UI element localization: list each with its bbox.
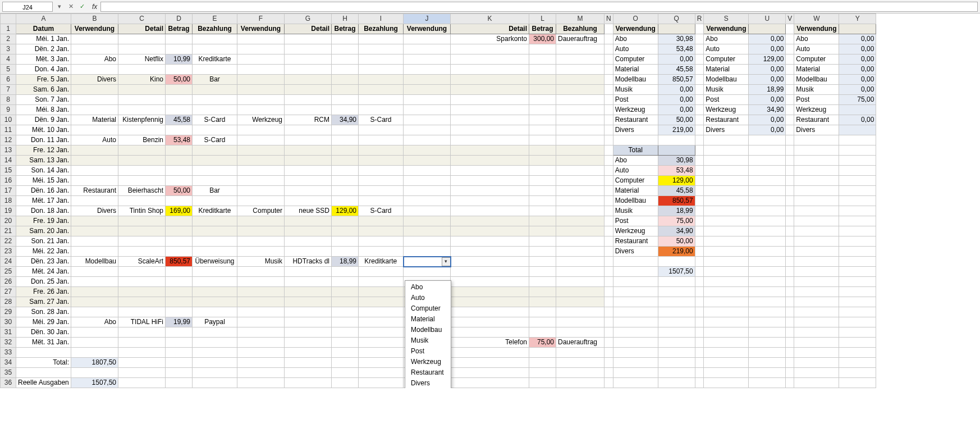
cell-Y22[interactable]	[839, 236, 876, 247]
cell-O28[interactable]	[613, 297, 658, 307]
cell-B5[interactable]	[71, 65, 118, 75]
cell-F21[interactable]	[237, 226, 285, 236]
dropdown-item-computer[interactable]: Computer	[405, 303, 451, 314]
cell-J11[interactable]	[404, 125, 451, 135]
cell-L36[interactable]	[529, 378, 556, 388]
cell-K17[interactable]	[451, 186, 529, 196]
cell-I23[interactable]	[359, 247, 404, 257]
cell-W29[interactable]	[794, 307, 839, 317]
cell-B23[interactable]	[71, 247, 118, 257]
cell-O5[interactable]: Material	[613, 65, 658, 75]
cell-K10[interactable]	[451, 115, 529, 125]
row-header-33[interactable]: 33	[1, 348, 16, 358]
col-header-Y[interactable]: Y	[839, 14, 876, 24]
cell-F4[interactable]	[237, 54, 285, 65]
row-header-21[interactable]: 21	[1, 226, 16, 236]
cell-Q9[interactable]: 0,00	[658, 105, 695, 115]
cell-W26[interactable]	[794, 277, 839, 287]
cell-Y13[interactable]	[839, 145, 876, 156]
cell-H11[interactable]	[332, 125, 359, 135]
cell-S14[interactable]	[704, 156, 749, 166]
cell-N16[interactable]	[605, 176, 613, 186]
cell-L3[interactable]	[529, 44, 556, 54]
row-header-35[interactable]: 35	[1, 368, 16, 378]
cell-S19[interactable]	[704, 206, 749, 216]
cell-W25[interactable]	[794, 267, 839, 277]
cell-S2[interactable]: Abo	[704, 34, 749, 44]
cell-K2[interactable]: Sparkonto	[451, 34, 529, 44]
cell-I18[interactable]	[359, 196, 404, 206]
cell-B35[interactable]	[71, 368, 118, 378]
formula-input[interactable]	[100, 2, 978, 12]
cell-J7[interactable]	[404, 85, 451, 95]
cell-N7[interactable]	[605, 85, 613, 95]
cell-A3[interactable]: Dën. 2 Jan.	[16, 44, 71, 54]
cell-H14[interactable]	[332, 156, 359, 166]
col-header-V[interactable]: V	[786, 14, 794, 24]
row-header-24[interactable]: 24	[1, 257, 16, 267]
cell-U4[interactable]: 129,00	[749, 54, 786, 65]
cell-V33[interactable]	[786, 348, 794, 358]
cell-B18[interactable]	[71, 196, 118, 206]
cell-C23[interactable]	[118, 247, 166, 257]
cell-R8[interactable]	[695, 95, 704, 105]
cell-E6[interactable]: Bar	[193, 75, 237, 85]
cell-M11[interactable]	[556, 125, 605, 135]
cell-E20[interactable]	[193, 216, 237, 226]
cell-Q14[interactable]: 30,98	[658, 156, 695, 166]
cell-Q17[interactable]: 45,58	[658, 186, 695, 196]
cell-M13[interactable]	[556, 145, 605, 156]
cell-V4[interactable]	[786, 54, 794, 65]
cell-U18[interactable]	[749, 196, 786, 206]
cell-S33[interactable]	[704, 348, 749, 358]
cell-M3[interactable]	[556, 44, 605, 54]
cell-S20[interactable]	[704, 216, 749, 226]
row-header-29[interactable]: 29	[1, 307, 16, 317]
cell-C17[interactable]: Beierhascht	[118, 186, 166, 196]
cell-U13[interactable]	[749, 145, 786, 156]
cell-D30[interactable]: 19,99	[166, 317, 193, 327]
cell-H25[interactable]	[332, 267, 359, 277]
cell-O23[interactable]: Divers	[613, 247, 658, 257]
cell-S28[interactable]	[704, 297, 749, 307]
select-all-corner[interactable]	[1, 14, 16, 24]
cell-F17[interactable]	[237, 186, 285, 196]
cell-F33[interactable]	[237, 348, 285, 358]
cell-R19[interactable]	[695, 206, 704, 216]
cell-N24[interactable]	[605, 257, 613, 267]
cell-Q6[interactable]: 850,57	[658, 75, 695, 85]
cell-S5[interactable]: Material	[704, 65, 749, 75]
cell-W12[interactable]	[794, 135, 839, 145]
cell-K19[interactable]	[451, 206, 529, 216]
cell-W9[interactable]: Werkzeug	[794, 105, 839, 115]
cell-V34[interactable]	[786, 358, 794, 368]
cancel-icon[interactable]: ✕	[66, 2, 75, 11]
cell-F30[interactable]	[237, 317, 285, 327]
cell-Q33[interactable]	[658, 348, 695, 358]
cell-K35[interactable]	[451, 368, 529, 378]
cell-Y32[interactable]	[839, 338, 876, 348]
cell-J6[interactable]	[404, 75, 451, 85]
row-header-7[interactable]: 7	[1, 85, 16, 95]
cell-B29[interactable]	[71, 307, 118, 317]
cell-Y6[interactable]: 0,00	[839, 75, 876, 85]
cell-L28[interactable]	[529, 297, 556, 307]
cell-V31[interactable]	[786, 327, 794, 338]
cell-V20[interactable]	[786, 216, 794, 226]
cell-Y28[interactable]	[839, 297, 876, 307]
cell-R18[interactable]	[695, 196, 704, 206]
cell-N11[interactable]	[605, 125, 613, 135]
cell-J15[interactable]	[404, 166, 451, 176]
cell-Y19[interactable]	[839, 206, 876, 216]
cell-Q3[interactable]: 53,48	[658, 44, 695, 54]
cell-U34[interactable]	[749, 358, 786, 368]
cell-C6[interactable]: Kino	[118, 75, 166, 85]
cell-V26[interactable]	[786, 277, 794, 287]
cell-R32[interactable]	[695, 338, 704, 348]
cell-D11[interactable]	[166, 125, 193, 135]
cell-V6[interactable]	[786, 75, 794, 85]
cell-I21[interactable]	[359, 226, 404, 236]
cell-Q25[interactable]: 1507,50	[658, 267, 695, 277]
cell-M8[interactable]	[556, 95, 605, 105]
cell-L19[interactable]	[529, 206, 556, 216]
